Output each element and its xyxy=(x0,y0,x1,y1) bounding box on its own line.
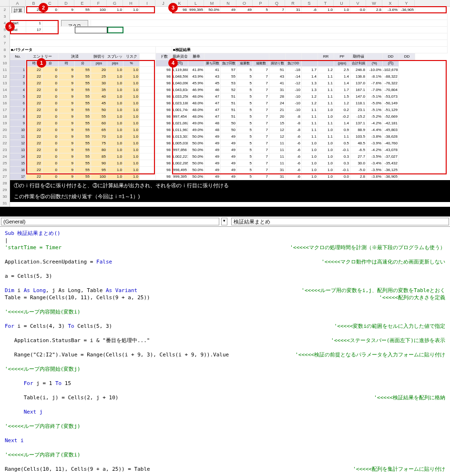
calc-param[interactable]: 1.0 xyxy=(123,7,140,13)
param-cell[interactable]: 0 xyxy=(42,140,59,147)
param-cell[interactable]: 9 xyxy=(59,167,75,173)
param-cell[interactable]: 1.0 xyxy=(107,160,123,167)
param-cell[interactable]: 1.0 xyxy=(123,120,140,127)
param-cell[interactable]: 1.0 xyxy=(107,93,123,100)
param-cell[interactable]: 1.0 xyxy=(107,127,123,133)
param-cell[interactable]: 1.0 xyxy=(107,140,123,147)
param-cell[interactable]: 0 xyxy=(42,127,59,133)
param-cell[interactable]: 1.0 xyxy=(107,113,123,120)
param-cell[interactable]: 22 xyxy=(26,100,42,107)
param-cell[interactable]: 22 xyxy=(26,67,42,73)
param-cell[interactable]: 22 xyxy=(26,140,42,147)
param-cell[interactable]: 85 xyxy=(91,153,107,160)
param-cell[interactable]: 9 xyxy=(59,113,75,120)
param-cell[interactable]: 22 xyxy=(26,80,42,87)
param-cell[interactable]: 0 xyxy=(42,100,59,107)
param-cell[interactable]: 22 xyxy=(26,120,42,127)
param-cell[interactable]: 9 xyxy=(59,153,75,160)
param-cell[interactable]: 9 xyxy=(59,133,75,140)
param-cell[interactable]: 55 xyxy=(75,113,91,120)
param-cell[interactable]: 1.0 xyxy=(123,73,140,80)
param-cell[interactable]: 55 xyxy=(75,80,91,87)
code-area[interactable]: Sub 検証結果まとめ()|'startTime = Timer'<<<<<マク… xyxy=(0,227,450,476)
calc-param[interactable]: 9 xyxy=(59,7,75,13)
param-cell[interactable]: 1.0 xyxy=(107,73,123,80)
param-cell[interactable]: 55 xyxy=(91,113,107,120)
param-cell[interactable]: 9 xyxy=(59,160,75,167)
param-cell[interactable]: 0 xyxy=(42,160,59,167)
param-cell[interactable]: 9 xyxy=(59,93,75,100)
param-cell[interactable]: 1.0 xyxy=(123,127,140,133)
pane-divider[interactable] xyxy=(0,207,450,216)
param-cell[interactable]: 9 xyxy=(59,73,75,80)
calc-button[interactable]: 計算 xyxy=(11,7,25,13)
param-cell[interactable]: 55 xyxy=(75,167,91,173)
param-cell[interactable]: 35 xyxy=(91,87,107,93)
param-cell[interactable]: 0 xyxy=(42,73,59,80)
param-cell[interactable]: 9 xyxy=(59,147,75,153)
param-cell[interactable]: 70 xyxy=(91,133,107,140)
param-cell[interactable]: 55 xyxy=(75,73,91,80)
param-cell[interactable]: 1.0 xyxy=(123,173,140,180)
param-cell[interactable]: 9 xyxy=(59,100,75,107)
start-value[interactable]: 1 xyxy=(26,20,42,27)
param-cell[interactable]: 1.0 xyxy=(123,107,140,113)
param-cell[interactable]: 0 xyxy=(42,133,59,140)
param-cell[interactable]: 22 xyxy=(26,127,42,133)
param-cell[interactable]: 40 xyxy=(91,93,107,100)
param-cell[interactable]: 1.0 xyxy=(107,67,123,73)
param-cell[interactable]: 1.0 xyxy=(107,107,123,113)
param-cell[interactable]: 1.0 xyxy=(123,93,140,100)
vba-proc-dropdown[interactable] xyxy=(231,218,450,225)
param-cell[interactable]: 1.0 xyxy=(123,67,140,73)
dropdown-icon[interactable]: ▾ xyxy=(221,218,227,225)
param-cell[interactable]: 0 xyxy=(42,120,59,127)
vba-object-dropdown[interactable] xyxy=(1,218,219,225)
macro-button[interactable]: マクロ xyxy=(61,20,88,27)
param-cell[interactable]: 22 xyxy=(26,133,42,140)
param-cell[interactable]: 0 xyxy=(42,147,59,153)
param-cell[interactable]: 45 xyxy=(91,100,107,107)
param-cell[interactable]: 1.0 xyxy=(123,160,140,167)
param-cell[interactable]: 55 xyxy=(75,67,91,73)
param-cell[interactable]: 9 xyxy=(59,80,75,87)
param-cell[interactable]: 9 xyxy=(59,140,75,147)
param-cell[interactable]: 55 xyxy=(75,127,91,133)
param-cell[interactable]: 9 xyxy=(59,173,75,180)
param-cell[interactable]: 80 xyxy=(91,147,107,153)
param-cell[interactable]: 55 xyxy=(75,153,91,160)
param-cell[interactable]: 1.0 xyxy=(123,147,140,153)
param-cell[interactable]: 1.0 xyxy=(107,147,123,153)
param-cell[interactable]: 0 xyxy=(42,173,59,180)
param-cell[interactable]: 20 xyxy=(91,67,107,73)
param-cell[interactable]: 0 xyxy=(42,93,59,100)
param-cell[interactable]: 0 xyxy=(42,107,59,113)
param-cell[interactable]: 22 xyxy=(26,153,42,160)
param-cell[interactable]: 0 xyxy=(42,113,59,120)
param-cell[interactable]: 9 xyxy=(59,67,75,73)
spreadsheet[interactable]: ABCDEFGHIJKLMNOPQRSTUVWXY 23456789101112… xyxy=(0,0,450,207)
param-cell[interactable]: 30 xyxy=(91,80,107,87)
param-cell[interactable]: 1.0 xyxy=(107,87,123,93)
param-cell[interactable]: 55 xyxy=(75,140,91,147)
param-cell[interactable]: 9 xyxy=(59,87,75,93)
param-cell[interactable]: 95 xyxy=(91,167,107,173)
param-cell[interactable]: 55 xyxy=(75,173,91,180)
param-cell[interactable]: 22 xyxy=(26,160,42,167)
param-cell[interactable]: 55 xyxy=(75,87,91,93)
param-cell[interactable]: 1.0 xyxy=(107,120,123,127)
param-cell[interactable]: 22 xyxy=(26,113,42,120)
param-cell[interactable]: 25 xyxy=(91,73,107,80)
param-cell[interactable]: 55 xyxy=(75,93,91,100)
param-cell[interactable]: 1.0 xyxy=(107,133,123,140)
param-cell[interactable]: 9 xyxy=(59,127,75,133)
param-cell[interactable]: 1.0 xyxy=(123,153,140,160)
param-cell[interactable]: 0 xyxy=(42,167,59,173)
param-cell[interactable]: 50 xyxy=(91,107,107,113)
param-cell[interactable]: 22 xyxy=(26,107,42,113)
param-cell[interactable]: 22 xyxy=(26,73,42,80)
param-cell[interactable]: 22 xyxy=(26,87,42,93)
param-cell[interactable]: 0 xyxy=(42,80,59,87)
param-cell[interactable]: 1.0 xyxy=(123,133,140,140)
param-cell[interactable]: 1.0 xyxy=(123,113,140,120)
